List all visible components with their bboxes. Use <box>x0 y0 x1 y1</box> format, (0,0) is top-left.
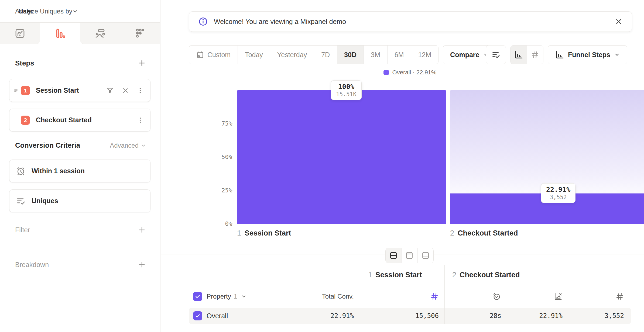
conversion-window-card[interactable]: Within 1 session <box>9 160 150 182</box>
step-name: Session Start <box>245 229 291 237</box>
funnel-step-column-1[interactable] <box>237 90 446 224</box>
tab-retention[interactable] <box>120 23 160 44</box>
step-card-1[interactable]: 1 Session Start <box>9 79 150 102</box>
layout-split-button[interactable] <box>386 248 401 263</box>
add-step-button[interactable] <box>138 59 146 67</box>
uniques-toggle-button[interactable] <box>486 45 506 64</box>
conversion-rate-icon[interactable] <box>553 292 563 301</box>
row-step1-count: 15,506 <box>415 312 439 320</box>
time-to-convert-icon[interactable] <box>492 292 501 301</box>
funnel-step-column-2[interactable] <box>450 90 644 224</box>
layout-top-icon <box>405 251 414 260</box>
range-12m[interactable]: 12M <box>411 46 438 64</box>
breakdown-table: 1 Session Start 2 Checkout Started Prope… <box>189 263 631 327</box>
step-index: 1 <box>237 229 241 237</box>
property-label: Property <box>207 293 231 300</box>
bar-value-tooltip-2: 22.91% 3,552 <box>541 183 576 203</box>
bar-chart-icon <box>514 50 523 59</box>
step-event-name[interactable]: Checkout Started <box>36 116 92 124</box>
analyze-by-dropdown[interactable]: User <box>18 8 33 15</box>
tab-funnels[interactable] <box>40 23 80 44</box>
funnel-icon <box>54 28 66 39</box>
count-icon[interactable] <box>430 292 439 301</box>
kebab-menu-icon[interactable] <box>137 87 144 94</box>
advanced-label: Advanced <box>110 142 139 149</box>
mixpanel-funnel-report: Analyze Uniques by User Steps 1 <box>0 0 644 332</box>
conversion-criteria-title: Conversion Criteria <box>15 141 80 150</box>
range-custom[interactable]: Custom <box>189 46 238 64</box>
step-name: Checkout Started <box>458 229 518 237</box>
close-icon[interactable] <box>615 18 623 26</box>
x-axis-step-label-2: 2 Checkout Started <box>450 229 518 237</box>
legend-label: Overall · 22.91% <box>392 69 437 76</box>
layout-chart-only-button[interactable] <box>401 248 417 263</box>
demo-banner: Welcome! You are viewing a Mixpanel demo <box>189 11 632 32</box>
tab-insights[interactable] <box>0 23 40 44</box>
report-type-tabs <box>0 23 160 44</box>
step-index: 2 <box>450 229 454 237</box>
tab-flows[interactable] <box>80 23 120 44</box>
chart-controls: Funnel Steps <box>486 45 627 64</box>
range-label: 3M <box>371 51 380 59</box>
property-dropdown[interactable]: Property 1 <box>207 293 246 300</box>
measurement-dropdown[interactable]: Funnel Steps <box>548 45 627 64</box>
range-yesterday[interactable]: Yesterday <box>270 46 314 64</box>
alarm-clock-icon <box>16 166 26 176</box>
row-checkbox[interactable] <box>193 311 202 320</box>
breakdown-section-header: Breakdown <box>15 260 146 269</box>
filter-icon[interactable] <box>106 87 114 95</box>
column-divider <box>360 265 360 324</box>
date-range-segmented: Custom Today Yesterday 7D 30D 3M 6M 12M <box>189 45 439 64</box>
counting-method-card[interactable]: Uniques <box>9 189 150 212</box>
advanced-dropdown[interactable]: Advanced <box>110 142 146 149</box>
number-view-toggle[interactable] <box>527 46 543 64</box>
funnel-dropoff-area <box>450 90 644 193</box>
total-conv-column-header[interactable]: Total Conv. <box>322 293 354 300</box>
range-label: Yesterday <box>277 51 307 59</box>
value-display-segmented <box>510 45 543 64</box>
banner-message: Welcome! You are viewing a Mixpanel demo <box>214 18 346 26</box>
funnel-bar-step-1[interactable] <box>237 90 446 224</box>
filter-section-header: Filter <box>15 226 146 234</box>
range-6m[interactable]: 6M <box>387 46 411 64</box>
list-check-icon <box>491 50 501 59</box>
info-icon <box>198 17 208 26</box>
step-card-2[interactable]: 2 Checkout Started <box>9 109 150 132</box>
range-3m[interactable]: 3M <box>364 46 387 64</box>
table-row-overall[interactable]: Overall 22.91% 15,506 28s 22.91% 3,552 <box>189 308 631 324</box>
layout-table-only-button[interactable] <box>417 248 433 263</box>
funnel-steps-icon <box>555 50 564 59</box>
table-header-row: Property 1 Total Conv. <box>189 290 631 303</box>
range-7d[interactable]: 7D <box>314 46 337 64</box>
chart-legend[interactable]: Overall · 22.91% <box>189 69 631 76</box>
chevron-down-icon <box>72 8 78 14</box>
filter-title: Filter <box>15 226 30 234</box>
step-number-badge: 1 <box>21 86 30 95</box>
range-label: Custom <box>207 51 231 59</box>
tooltip-percent: 100% <box>336 83 357 91</box>
y-axis-tickmark <box>230 223 232 224</box>
range-today[interactable]: Today <box>238 46 270 64</box>
group-step-name: Session Start <box>375 271 422 279</box>
range-30d[interactable]: 30D <box>337 46 364 64</box>
date-range-toolbar: Custom Today Yesterday 7D 30D 3M 6M 12M … <box>189 45 496 64</box>
select-all-checkbox[interactable] <box>193 292 202 301</box>
query-sidebar: Analyze Uniques by User Steps 1 <box>0 0 160 332</box>
y-axis-tickmark <box>230 190 232 191</box>
property-index: 1 <box>234 293 237 300</box>
row-name: Overall <box>207 312 228 320</box>
drag-handle-icon[interactable] <box>14 88 18 93</box>
steps-title: Steps <box>15 59 34 67</box>
compare-label: Compare <box>450 51 479 59</box>
chart-view-toggle[interactable] <box>511 46 527 64</box>
kebab-menu-icon[interactable] <box>137 117 144 124</box>
flows-icon <box>94 28 106 39</box>
remove-step-icon[interactable] <box>122 87 129 94</box>
group-step-number: 1 <box>368 271 372 279</box>
add-filter-button[interactable] <box>138 226 146 234</box>
tooltip-count: 3,552 <box>546 194 570 200</box>
count-icon[interactable] <box>615 292 624 301</box>
x-axis-step-label-1: 1 Session Start <box>237 229 291 237</box>
step-event-name[interactable]: Session Start <box>36 87 79 94</box>
add-breakdown-button[interactable] <box>138 260 146 269</box>
